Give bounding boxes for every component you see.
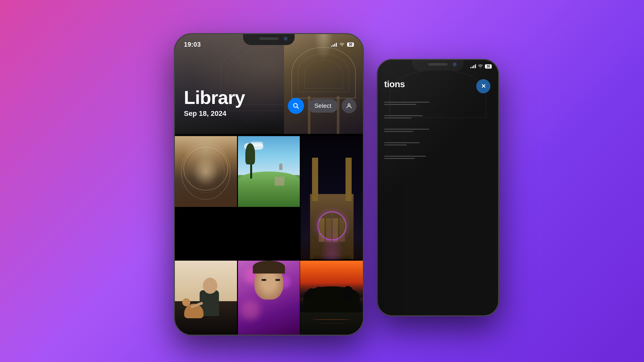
svg-point-2	[348, 104, 350, 106]
select-button[interactable]: Select	[308, 99, 338, 113]
list-item	[384, 156, 492, 159]
phone2-notch	[412, 60, 464, 71]
search-button[interactable]	[288, 98, 304, 114]
list-line	[384, 144, 407, 145]
phone1-speaker	[259, 37, 279, 40]
lake-photo	[300, 261, 363, 335]
list-line	[384, 117, 412, 118]
photo-cell-countryside[interactable]	[238, 136, 300, 207]
list-line	[384, 142, 420, 143]
grid-divider	[175, 134, 363, 135]
phone2-side-btn-right	[498, 124, 499, 147]
status-icons: 30	[331, 42, 354, 47]
phone1-notch	[243, 34, 295, 45]
list-line	[384, 115, 423, 116]
list-line	[384, 156, 426, 157]
phone2-signal	[470, 64, 476, 68]
battersea-photo	[301, 136, 363, 260]
list-item	[384, 102, 492, 105]
signal-icon	[331, 43, 337, 47]
person-button[interactable]	[342, 98, 356, 113]
wifi-icon	[339, 43, 345, 47]
phone1-camera	[284, 37, 288, 41]
grid-divider-2	[175, 233, 300, 234]
svg-line-1	[297, 107, 298, 108]
phone1-side-btn-right	[363, 98, 364, 121]
countryside-photo	[238, 136, 300, 207]
phone2-title: tions	[384, 79, 405, 89]
phone2-battery: 30	[485, 64, 492, 69]
status-time: 19:03	[184, 41, 201, 48]
battery-badge: 30	[347, 42, 354, 47]
person-dog-photo	[175, 261, 237, 335]
photo-cell-lake[interactable]	[300, 261, 363, 335]
photo-cell-battersea[interactable]	[301, 136, 363, 260]
photo-cell-ceiling[interactable]	[175, 136, 237, 207]
phone2-camera	[453, 62, 457, 66]
header-actions: Select	[288, 98, 356, 114]
phone2-wifi-icon	[478, 64, 483, 68]
face-photo	[238, 261, 300, 335]
list-line	[384, 158, 415, 159]
list-line	[384, 102, 429, 103]
search-icon	[292, 102, 299, 109]
list-line	[384, 104, 416, 105]
photo-cell-person-dog[interactable]	[175, 261, 237, 335]
ceiling-photo	[175, 136, 237, 207]
list-item	[384, 129, 492, 132]
person-icon	[346, 103, 352, 109]
phone-2: 30 tions ✕	[377, 59, 499, 316]
phone-1: 19:03 30	[174, 33, 364, 336]
phone2-close-button[interactable]: ✕	[476, 79, 490, 93]
list-line	[384, 131, 413, 132]
photo-cell-face[interactable]	[238, 261, 300, 335]
close-icon: ✕	[481, 83, 486, 90]
list-item	[384, 115, 492, 118]
list-item	[384, 142, 492, 145]
phone2-speaker	[428, 63, 448, 66]
phone2-list	[384, 102, 492, 159]
list-line	[384, 129, 429, 130]
phone2-screen: tions ✕	[378, 60, 498, 315]
